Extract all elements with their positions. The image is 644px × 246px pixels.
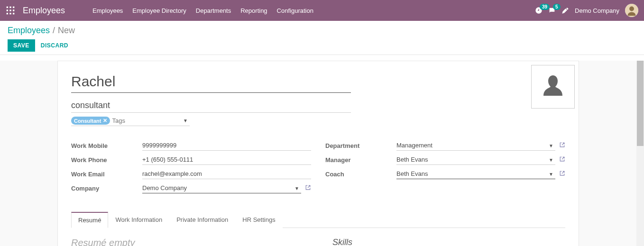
svg-rect-5: [13, 9, 14, 11]
nav-reporting[interactable]: Reporting: [236, 0, 272, 21]
action-buttons: Save Discard: [8, 39, 636, 52]
company-selector[interactable]: Demo Company: [575, 7, 619, 14]
control-bar: Employees / New Save Discard: [0, 21, 644, 55]
svg-rect-3: [7, 9, 8, 11]
svg-point-10: [629, 7, 634, 11]
user-avatar[interactable]: [625, 4, 638, 17]
messages-button[interactable]: 5: [548, 7, 556, 14]
svg-rect-1: [9, 7, 11, 8]
nav-configuration[interactable]: Configuration: [272, 0, 318, 21]
save-button[interactable]: Save: [8, 39, 35, 52]
debug-icon[interactable]: [561, 7, 569, 14]
svg-rect-6: [7, 13, 8, 14]
nav-employee-directory[interactable]: Employee Directory: [128, 0, 191, 21]
svg-rect-0: [7, 7, 8, 8]
activity-button[interactable]: 39: [535, 7, 543, 14]
svg-rect-8: [13, 13, 14, 14]
breadcrumb: Employees / New: [8, 26, 636, 36]
topbar: Employees Employees Employee Directory D…: [0, 0, 644, 21]
svg-rect-7: [9, 13, 11, 14]
main-nav: Employees Employee Directory Departments…: [88, 0, 318, 21]
messages-badge: 5: [553, 4, 561, 10]
breadcrumb-root[interactable]: Employees: [8, 26, 50, 36]
breadcrumb-sep: /: [53, 26, 55, 36]
breadcrumb-current: New: [58, 26, 75, 36]
apps-icon[interactable]: [6, 6, 15, 15]
nav-departments[interactable]: Departments: [191, 0, 236, 21]
app-title[interactable]: Employees: [23, 6, 65, 16]
discard-button[interactable]: Discard: [41, 42, 68, 49]
nav-employees[interactable]: Employees: [88, 0, 128, 21]
topbar-right: 39 5 Demo Company: [535, 4, 638, 17]
svg-rect-2: [13, 7, 14, 8]
svg-rect-4: [9, 9, 11, 11]
